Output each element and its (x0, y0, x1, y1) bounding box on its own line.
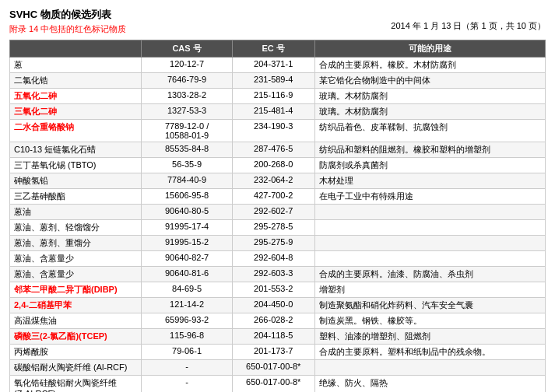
table-row: 五氧化二砷1303-28-2215-116-9玻璃。木材防腐剂 (10, 89, 546, 104)
table-row: 蒽油、含蒽量少90640-81-6292-603-3合成的主要原料。油漆、防腐油… (10, 267, 546, 282)
cell-use: 合成的主要原料。塑料和纸制品中的残余物。 (314, 345, 545, 360)
header-substance (10, 40, 142, 58)
cell-ec: 200-268-0 (232, 158, 314, 173)
cell-substance-name: 二水合重铬酸钠 (10, 120, 142, 142)
table-row: 三丁基氧化锡 (TBTO)56-35-9200-268-0防腐剂或杀真菌剂 (10, 158, 546, 173)
cell-ec: 234-190-3 (232, 120, 314, 142)
cell-cas: - (142, 360, 232, 376)
table-row: 二水合重铬酸钠7789-12-0 / 10588-01-9234-190-3纺织… (10, 120, 546, 142)
table-row: 蒽油、蒽剂、重馏分91995-15-2295-275-9 (10, 236, 546, 251)
cell-use: 合成的主要原料。油漆、防腐油、杀虫剂 (314, 267, 545, 282)
cell-substance-name: 2,4-二硝基甲苯 (10, 298, 142, 313)
cell-use: 合成的主要原料。橡胶。木材防腐剂 (314, 58, 545, 73)
table-row: 三氧化二砷1327-53-3215-481-4玻璃。木材防腐剂 (10, 104, 546, 120)
cell-ec: 232-064-2 (232, 173, 314, 189)
cell-cas: 91995-17-4 (142, 220, 232, 236)
table-row: 蒽油、蒽剂、轻馏馏分91995-17-4295-278-5 (10, 220, 546, 236)
cell-substance-name: 蒽油、蒽剂、重馏分 (10, 236, 142, 251)
cell-use: 塑料、油漆的增塑剂、阻燃剂 (314, 329, 545, 345)
cell-ec: 287-476-5 (232, 142, 314, 158)
cell-substance-name: 蒽油、含蒽量少 (10, 267, 142, 282)
table-row: 砷酸氢铅7784-40-9232-064-2木材处理 (10, 173, 546, 189)
cell-substance-name: 蒽 (10, 58, 142, 73)
table-row: 三乙基砷酸酯15606-95-8427-700-2在电子工业中有特殊用途 (10, 189, 546, 205)
cell-substance-name: 磷酸三(2-氯乙酯)(TCEP) (10, 329, 142, 345)
cell-substance-name: 高温煤焦油 (10, 313, 142, 329)
table-row: 磷酸三(2-氯乙酯)(TCEP)115-96-8204-118-5塑料、油漆的增… (10, 329, 546, 345)
cell-use: 绝缘、防火、隔热 (314, 376, 545, 393)
cell-ec: 292-604-8 (232, 251, 314, 267)
table-row: 丙烯酰胺79-06-1201-173-7合成的主要原料。塑料和纸制品中的残余物。 (10, 345, 546, 360)
cell-use: 增塑剂 (314, 282, 545, 298)
cell-cas: 65996-93-2 (142, 313, 232, 329)
cell-cas: 90640-80-5 (142, 205, 232, 220)
header-cas: CAS 号 (142, 40, 232, 58)
page-subtitle: 附录 14 中包括的红色标记物质 (9, 23, 126, 35)
cell-substance-name: 砷酸氢铅 (10, 173, 142, 189)
cell-ec: 650-017-00-8* (232, 360, 314, 376)
cell-cas: 7784-40-9 (142, 173, 232, 189)
cell-substance-name: 二氯化锆 (10, 73, 142, 89)
cell-substance-name: 三丁基氧化锡 (TBTO) (10, 158, 142, 173)
cell-use: 在电子工业中有特殊用途 (314, 189, 545, 205)
cell-cas: 120-12-7 (142, 58, 232, 73)
cell-use: 纺织品和塑料的阻燃剂。橡胶和塑料的增塑剂 (314, 142, 545, 158)
cell-substance-name: 三氧化二砷 (10, 104, 142, 120)
cell-ec: 427-700-2 (232, 189, 314, 205)
cell-substance-name: 碳酸铝耐火陶瓷纤维 (Al-RCF) (10, 360, 142, 376)
cell-cas: 15606-95-8 (142, 189, 232, 205)
cell-use: 玻璃。木材防腐剂 (314, 89, 545, 104)
cell-use: 纺织品着色、皮革鞣制、抗腐蚀剂 (314, 120, 545, 142)
cell-cas: 85535-84-8 (142, 142, 232, 158)
cell-cas: 7646-79-9 (142, 73, 232, 89)
cell-substance-name: 五氧化二砷 (10, 89, 142, 104)
cell-use (314, 205, 545, 220)
cell-use: 制造炭黑。钢铁、橡胶等。 (314, 313, 545, 329)
cell-cas: 1303-28-2 (142, 89, 232, 104)
table-row: 2,4-二硝基甲苯121-14-2204-450-0制造聚氨酯和硝化炸药料、汽车… (10, 298, 546, 313)
table-row: 碳酸铝耐火陶瓷纤维 (Al-RCF)-650-017-00-8* (10, 360, 546, 376)
cell-substance-name: 蒽油、含蒽量少 (10, 251, 142, 267)
cell-substance-name: 蒽油 (10, 205, 142, 220)
page-date: 2014 年 1 月 13 日（第 1 页，共 10 页） (391, 20, 546, 32)
cell-use: 某它锆化合物制造中的中间体 (314, 73, 545, 89)
cell-substance-name: 邻苯二甲酸二异丁酯(DIBP) (10, 282, 142, 298)
table-body: 蒽120-12-7204-371-1合成的主要原料。橡胶。木材防腐剂二氯化锆76… (10, 58, 546, 393)
header-row: SVHC 物质的候选列表 附录 14 中包括的红色标记物质 2014 年 1 月… (9, 8, 546, 37)
table-header-row: CAS 号 EC 号 可能的用途 (10, 40, 546, 58)
header-use: 可能的用途 (314, 40, 545, 58)
cell-ec: 215-481-4 (232, 104, 314, 120)
cell-cas: 79-06-1 (142, 345, 232, 360)
cell-cas: - (142, 376, 232, 393)
page: SVHC 物质的候选列表 附录 14 中包括的红色标记物质 2014 年 1 月… (0, 0, 555, 392)
cell-use: 玻璃。木材防腐剂 (314, 104, 545, 120)
cell-cas: 7789-12-0 / 10588-01-9 (142, 120, 232, 142)
cell-cas: 84-69-5 (142, 282, 232, 298)
cell-substance-name: 三乙基砷酸酯 (10, 189, 142, 205)
table-row: C10-13 短链氯化石蜡85535-84-8287-476-5纺织品和塑料的阻… (10, 142, 546, 158)
cell-ec: 201-553-2 (232, 282, 314, 298)
cell-cas: 90640-81-6 (142, 267, 232, 282)
cell-use (314, 220, 545, 236)
cell-ec: 215-116-9 (232, 89, 314, 104)
table-row: 蒽油90640-80-5292-602-7 (10, 205, 546, 220)
cell-use: 制造聚氨酯和硝化炸药料、汽车安全气囊 (314, 298, 545, 313)
cell-ec: 295-278-5 (232, 220, 314, 236)
cell-use (314, 251, 545, 267)
page-title: SVHC 物质的候选列表 (9, 8, 126, 22)
cell-use (314, 236, 545, 251)
cell-cas: 90640-82-7 (142, 251, 232, 267)
cell-cas: 1327-53-3 (142, 104, 232, 120)
table-row: 氧化锆硅酸铝耐火陶瓷纤维 (ZrAl-RCF)-650-017-00-8*绝缘、… (10, 376, 546, 393)
header-left: SVHC 物质的候选列表 附录 14 中包括的红色标记物质 (9, 8, 126, 37)
cell-ec: 204-118-5 (232, 329, 314, 345)
cell-ec: 204-371-1 (232, 58, 314, 73)
table-row: 蒽油、含蒽量少90640-82-7292-604-8 (10, 251, 546, 267)
cell-substance-name: C10-13 短链氯化石蜡 (10, 142, 142, 158)
cell-cas: 121-14-2 (142, 298, 232, 313)
cell-use: 木材处理 (314, 173, 545, 189)
table-row: 高温煤焦油65996-93-2266-028-2制造炭黑。钢铁、橡胶等。 (10, 313, 546, 329)
cell-ec: 292-602-7 (232, 205, 314, 220)
cell-ec: 231-589-4 (232, 73, 314, 89)
cell-ec: 650-017-00-8* (232, 376, 314, 393)
